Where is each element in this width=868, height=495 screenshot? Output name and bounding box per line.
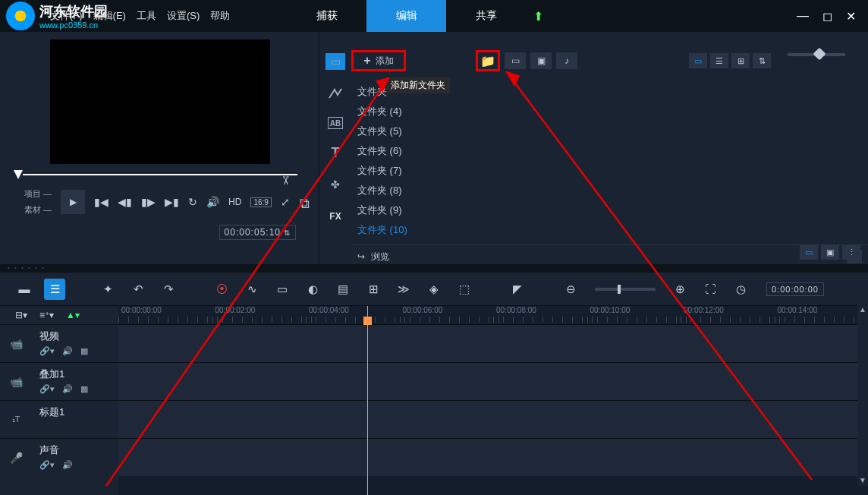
- step-fwd-button[interactable]: ▮▶: [141, 196, 156, 208]
- preview-scrubber[interactable]: [14, 170, 313, 179]
- folder-item[interactable]: 文件夹 (8): [351, 181, 868, 200]
- clip-tool-button[interactable]: ▭: [272, 279, 293, 300]
- track-lane-overlay[interactable]: [118, 362, 868, 400]
- tab-share[interactable]: 共享: [446, 0, 526, 32]
- storyboard-button[interactable]: ▬: [14, 279, 35, 300]
- tab-capture[interactable]: 捕获: [287, 0, 366, 32]
- hd-button[interactable]: HD: [228, 197, 241, 207]
- view-list-button[interactable]: ☰: [710, 53, 728, 68]
- motion-button[interactable]: ≫: [393, 279, 414, 300]
- enlarge-button[interactable]: ⤢: [281, 196, 290, 208]
- undo-button[interactable]: ↶: [127, 279, 149, 300]
- link-icon[interactable]: 🔗▾: [39, 384, 55, 394]
- marker-button[interactable]: ◤: [507, 279, 528, 300]
- filter-audio-button[interactable]: ♪: [556, 52, 577, 69]
- add-button[interactable]: + 添加: [351, 50, 406, 71]
- scroll-down-icon[interactable]: ▼: [857, 475, 868, 486]
- menu-tools[interactable]: 工具: [137, 9, 156, 23]
- fit-button[interactable]: ⛶: [700, 279, 721, 300]
- sort-button[interactable]: ⇅: [753, 53, 771, 68]
- lib-tab-graphic[interactable]: ✤: [326, 176, 345, 193]
- tab-edit[interactable]: 编辑: [366, 0, 446, 32]
- zoom-in-button[interactable]: ⊕: [669, 279, 690, 300]
- audio-tool-button[interactable]: ∿: [241, 279, 263, 300]
- view-a-button[interactable]: ▭: [689, 53, 707, 68]
- zoom-slider[interactable]: [595, 288, 656, 291]
- track-title-header[interactable]: ₁T 标题1: [0, 400, 118, 438]
- transition-tool-button[interactable]: ◐: [302, 279, 323, 300]
- zoom-out-button[interactable]: ⊖: [560, 279, 581, 300]
- track-video-header[interactable]: 📹 视频 🔗▾ 🔊 ▩: [0, 324, 118, 362]
- minimize-button[interactable]: —: [797, 9, 809, 24]
- browse-icon[interactable]: ↪: [357, 251, 365, 262]
- playhead-marker-icon[interactable]: [363, 317, 372, 325]
- upload-icon[interactable]: ⬆: [533, 0, 543, 32]
- subtitle-button[interactable]: ▤: [332, 279, 354, 300]
- scroll-up-icon[interactable]: ▲: [857, 304, 868, 315]
- track-lane-audio[interactable]: [118, 438, 868, 476]
- record-button[interactable]: ⦿: [211, 279, 232, 300]
- footer-btn-b[interactable]: ▣: [821, 244, 839, 260]
- volume-button[interactable]: 🔊: [206, 196, 219, 208]
- lib-tab-transition[interactable]: [326, 85, 345, 102]
- footer-btn-c[interactable]: ⋮: [842, 244, 860, 260]
- browse-label[interactable]: 浏览: [371, 251, 389, 263]
- preview-timecode[interactable]: 00:00:05:10 ⇅: [219, 225, 296, 240]
- thumbnail-size-slider[interactable]: [788, 53, 845, 56]
- go-end-button[interactable]: ▶▮: [165, 196, 179, 208]
- menu-help[interactable]: 帮助: [210, 9, 230, 23]
- ruler-toggle-b[interactable]: ≡⁺▾: [39, 310, 54, 320]
- mute-icon[interactable]: 🔊: [62, 460, 73, 470]
- track-lane-title[interactable]: [118, 400, 868, 438]
- tool-wand[interactable]: ✦: [97, 279, 118, 300]
- lib-tab-text[interactable]: T: [326, 144, 345, 161]
- maximize-button[interactable]: ◻: [822, 9, 832, 24]
- timeline-button[interactable]: ☰: [44, 279, 65, 300]
- ruler-toggle-c[interactable]: ▲▾: [66, 310, 80, 320]
- alpha-icon[interactable]: ▩: [80, 346, 88, 356]
- scrub-marker-icon[interactable]: [14, 170, 23, 179]
- project-label[interactable]: 项目 —: [24, 188, 52, 200]
- folder-item[interactable]: 文件夹 (6): [351, 141, 868, 161]
- add-folder-button[interactable]: 📁: [476, 50, 500, 71]
- timeline-vscroll[interactable]: ▲ ▼: [857, 304, 868, 486]
- menu-file[interactable]: 文件(F): [50, 9, 83, 23]
- timeline-ruler[interactable]: 00:00:00:00 00:00:02:00 00:00:04:00 00:0…: [118, 306, 868, 324]
- timecode-updown-icon[interactable]: ⇅: [284, 229, 291, 237]
- lib-tab-title[interactable]: AB: [328, 117, 343, 129]
- alpha-icon[interactable]: ▩: [80, 384, 88, 394]
- folder-item[interactable]: 文件夹 (5): [351, 121, 868, 141]
- folder-item[interactable]: 文件夹 (4): [351, 102, 868, 121]
- track-overlay-header[interactable]: 📹 叠加1 🔗▾ 🔊 ▩: [0, 362, 118, 400]
- playhead[interactable]: [367, 306, 368, 495]
- track-audio-header[interactable]: 🎤 声音 🔗▾ 🔊: [0, 438, 118, 476]
- timeline-timecode[interactable]: 0:00:00:00: [766, 282, 824, 296]
- track-lane-video[interactable]: [118, 324, 868, 362]
- ruler-toggle-a[interactable]: ⊟▾: [15, 310, 27, 320]
- scrub-line[interactable]: [23, 174, 297, 175]
- crop-button[interactable]: ⬚: [454, 279, 475, 300]
- material-label[interactable]: 素材 —: [24, 204, 52, 216]
- clock-button[interactable]: ◷: [730, 279, 751, 300]
- filter-photo-button[interactable]: ▣: [530, 52, 552, 69]
- 3d-button[interactable]: ◈: [423, 279, 445, 300]
- lib-tab-media[interactable]: ▭: [326, 53, 345, 70]
- timeline-content[interactable]: 00:00:00:00 00:00:02:00 00:00:04:00 00:0…: [118, 306, 868, 495]
- menu-edit[interactable]: 编辑(E): [93, 9, 126, 23]
- repeat-button[interactable]: ↻: [188, 196, 197, 208]
- folder-item[interactable]: 文件夹 (7): [351, 161, 868, 181]
- split-icon[interactable]: ⧉: [300, 196, 310, 212]
- play-button[interactable]: ▶: [61, 190, 85, 214]
- folder-item-selected[interactable]: 文件夹 (10): [351, 220, 868, 240]
- view-grid-button[interactable]: ⊞: [731, 53, 750, 68]
- grid-button[interactable]: ⊞: [363, 279, 384, 300]
- lib-tab-fx[interactable]: FX: [326, 208, 345, 225]
- menu-settings[interactable]: 设置(S): [167, 9, 200, 23]
- link-icon[interactable]: 🔗▾: [39, 346, 55, 356]
- close-button[interactable]: ✕: [846, 9, 856, 24]
- mute-icon[interactable]: 🔊: [62, 384, 73, 394]
- step-back-button[interactable]: ◀▮: [118, 196, 132, 208]
- mute-icon[interactable]: 🔊: [62, 346, 73, 356]
- aspect-button[interactable]: 16:9: [250, 197, 271, 207]
- link-icon[interactable]: 🔗▾: [39, 460, 55, 470]
